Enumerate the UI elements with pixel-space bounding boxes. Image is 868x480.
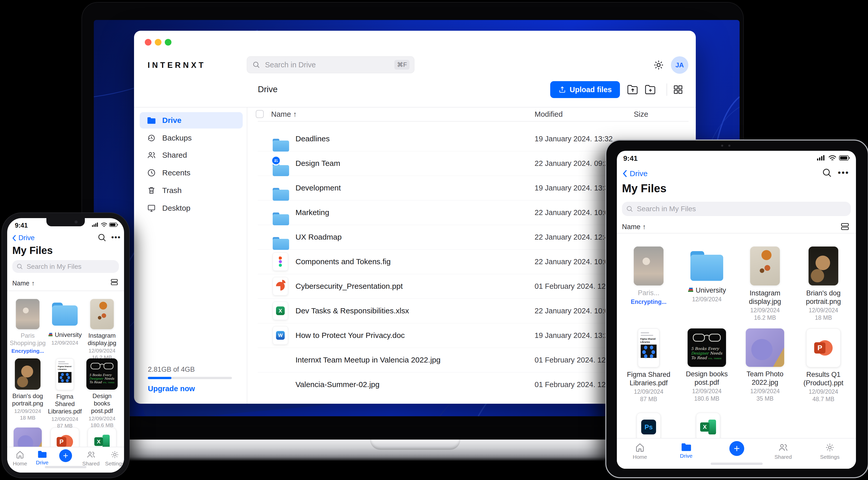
file-grid-item[interactable]: University 12/09/2024 (681, 246, 733, 303)
grid-view-icon[interactable] (673, 84, 683, 95)
file-grid-item[interactable]: Brian's dog portrait.png 12/09/2024 18 M… (10, 358, 45, 421)
sort-by-name[interactable]: Name↑ (12, 280, 35, 287)
back-to-drive-button[interactable]: Drive (12, 234, 35, 242)
nav-shared[interactable]: Shared (774, 443, 792, 460)
folder-label: University (681, 286, 733, 295)
powerpoint-file-icon (273, 277, 288, 296)
nav-drive[interactable]: Drive (680, 443, 692, 459)
nav-home[interactable]: Home (13, 450, 27, 467)
file-grid-item[interactable]: X (696, 413, 720, 441)
file-grid-item[interactable]: Brian's dog portrait.png 12/09/2024 18 M… (798, 246, 849, 321)
select-all-checkbox[interactable] (256, 110, 264, 118)
wifi-icon (101, 222, 107, 227)
table-header-divider (258, 121, 689, 122)
phone-navbar: Home Drive Shared Settings (7, 447, 124, 473)
column-header-modified[interactable]: Modified (535, 110, 563, 118)
home-indicator[interactable] (711, 462, 763, 465)
file-grid-item[interactable]: Figma Shared Libraries Figma Shared Libr… (47, 358, 83, 429)
toolbar-separator (666, 83, 667, 96)
plus-icon (733, 445, 741, 452)
new-folder-icon[interactable] (645, 84, 656, 95)
sidebar-item-shared[interactable]: Shared (140, 147, 243, 163)
folder-icon (147, 116, 156, 125)
header-divider (134, 107, 696, 107)
page-title: Drive (258, 84, 278, 94)
folder-icon (690, 251, 723, 281)
encrypting-status: Encrypting... (10, 348, 45, 354)
file-grid-item[interactable]: University 12/09/2024 (47, 299, 83, 346)
phone-screen: 9:41 Drive ••• My Files Name↑ Paris Shop… (7, 218, 124, 473)
sidebar-item-label: Backups (162, 134, 192, 142)
back-to-drive-button[interactable]: Drive (622, 169, 648, 178)
file-grid-item[interactable]: Paris... Encrypting... (623, 246, 674, 305)
sort-asc-icon: ↑ (293, 110, 297, 118)
settings-gear-icon[interactable] (653, 59, 664, 71)
search-input[interactable] (265, 60, 391, 69)
upload-files-button[interactable]: Upload files (550, 81, 620, 98)
column-header-size[interactable]: Size (634, 110, 648, 118)
upload-folder-icon[interactable] (627, 84, 639, 95)
folder-label: University (47, 331, 83, 338)
list-view-toggle-icon[interactable] (840, 222, 849, 231)
people-icon (86, 450, 96, 459)
nav-settings[interactable]: Settings (820, 443, 840, 460)
add-button[interactable] (59, 449, 72, 462)
home-indicator[interactable] (45, 466, 86, 468)
macbook-lid-notch (370, 440, 460, 450)
drive-search-bar[interactable]: ⌘F (247, 56, 414, 73)
tablet-search-input[interactable] (636, 205, 847, 213)
nav-drive[interactable]: Drive (36, 450, 49, 466)
word-file-icon: W (273, 326, 288, 345)
gear-icon (825, 443, 835, 452)
tablet-page-title: My Files (622, 182, 666, 195)
signal-icon (817, 155, 826, 161)
sidebar-item-drive[interactable]: Drive (140, 112, 243, 129)
zoom-window-button[interactable] (165, 39, 172, 45)
minimize-window-button[interactable] (155, 39, 161, 45)
search-icon[interactable] (97, 233, 106, 242)
search-icon[interactable] (822, 168, 832, 178)
file-grid-item[interactable]: P Results Q1 (Product).ppt 12/09/2024 48… (798, 329, 849, 403)
sort-by-name[interactable]: Name↑ (622, 223, 646, 231)
file-grid-item[interactable]: 5 Books Every Designer Needs To Read VOL… (84, 358, 120, 428)
nav-settings[interactable]: Settings (105, 450, 124, 467)
upgrade-link[interactable]: Upgrade now (148, 384, 195, 393)
close-window-button[interactable] (145, 39, 151, 45)
storage-progressbar (148, 377, 232, 379)
stage: INTERNXT ⌘F JA Drive Backups Shared (0, 0, 868, 480)
photo-thumbnail (90, 299, 114, 329)
nav-shared[interactable]: Shared (82, 450, 100, 467)
divider (617, 233, 856, 234)
sidebar-item-trash[interactable]: Trash (140, 182, 243, 199)
more-options-icon[interactable]: ••• (838, 168, 849, 178)
list-view-toggle-icon[interactable] (110, 278, 118, 286)
monitor-icon (147, 204, 156, 213)
tablet-status-time: 9:41 (623, 155, 638, 163)
tablet-search-bar[interactable] (622, 202, 851, 216)
sidebar-item-backups[interactable]: Backups (140, 130, 243, 146)
file-grid-item[interactable]: Instagram display.jpg 12/09/2024 16.2 MB (739, 246, 790, 321)
file-grid-item[interactable]: 5 Books Every Designer Needs To Read VOL… (681, 329, 733, 402)
history-icon (147, 133, 156, 143)
add-button[interactable] (730, 441, 744, 456)
sidebar-item-recents[interactable]: Recents (140, 165, 243, 181)
phone-search-bar[interactable] (12, 260, 119, 273)
chevron-left-icon (622, 169, 628, 178)
file-grid-item[interactable]: Figma Shared Libraries Figma Shared Libr… (623, 329, 674, 403)
nav-home[interactable]: Home (633, 443, 647, 460)
excel-file-icon: X (696, 413, 720, 441)
chevron-left-icon (12, 235, 17, 242)
more-options-icon[interactable]: ••• (111, 233, 121, 242)
file-grid-item[interactable]: Paris Shopping.jpg Encrypting... (10, 299, 45, 354)
search-icon (252, 60, 261, 69)
battery-icon (839, 155, 850, 161)
sidebar-item-desktop[interactable]: Desktop (140, 200, 243, 216)
file-grid-item[interactable]: Instagram display.jpg 12/09/2024 16.2 MB (84, 299, 120, 361)
column-header-name[interactable]: Name ↑ (271, 110, 297, 118)
file-grid-item[interactable]: Ps (636, 413, 661, 441)
pdf-thumbnail: Figma Shared Libraries (56, 358, 74, 390)
phone-status-time: 9:41 (15, 222, 28, 229)
avatar[interactable]: JA (671, 56, 688, 74)
file-grid-item[interactable]: Team Photo 2022.jpg 12/09/2024 35 MB (739, 329, 790, 402)
phone-search-input[interactable] (26, 263, 115, 271)
